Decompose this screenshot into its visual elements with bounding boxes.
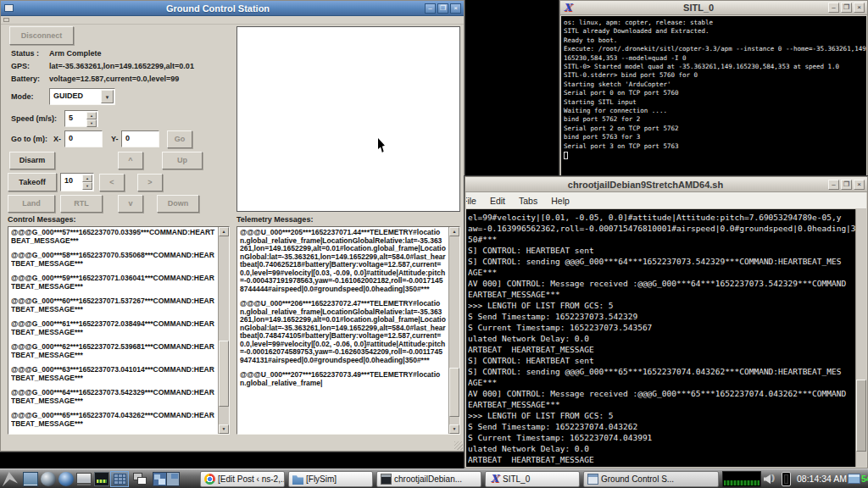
scrollbar-thumb[interactable] xyxy=(856,380,866,452)
xterm-icon: X xyxy=(564,3,571,13)
menu-file[interactable]: File xyxy=(466,196,483,206)
maximize-icon[interactable]: ❐ xyxy=(437,3,448,14)
battery-icon[interactable] xyxy=(782,472,791,486)
jail-titlebar[interactable]: chrootjailDebian9StretchAMD64.sh – ❐ × xyxy=(465,177,867,192)
web-browser-icon[interactable] xyxy=(41,472,56,486)
calculator-icon[interactable] xyxy=(110,471,129,487)
speed-label: Speed (m/s): xyxy=(11,114,57,123)
terminal-line: Serial port 2 on TCP port 5762 xyxy=(564,125,866,133)
task-sitl[interactable]: X SITL_0 xyxy=(485,471,580,487)
window-front-icon xyxy=(137,477,147,485)
close-icon[interactable]: × xyxy=(854,180,865,190)
disarm-button[interactable]: Disarm xyxy=(9,152,55,169)
up-button[interactable]: Up xyxy=(162,152,203,169)
move-west-button[interactable]: < xyxy=(99,174,125,191)
list-item: @@@G_000***59***1652237071.036041***COMM… xyxy=(11,274,215,291)
terminal-line: EARTBEAT_MESSAGE*** xyxy=(468,289,855,300)
speed-stepper[interactable]: 5 ▲▼ xyxy=(64,110,98,127)
jail-scrollbar[interactable] xyxy=(855,209,866,467)
gps-value: lat=-35.363261,lon=149.1652299,alt=0.01 xyxy=(49,62,194,70)
minimize-icon[interactable]: – xyxy=(425,3,436,14)
move-north-button[interactable]: ^ xyxy=(118,152,143,169)
telemetry-messages-list[interactable]: @@@U_000***205***1652237071.44***TELEMET… xyxy=(236,226,460,435)
maximize-icon[interactable]: ❐ xyxy=(841,3,852,13)
minimize-icon[interactable]: – xyxy=(828,180,839,190)
scrollbar-thumb[interactable] xyxy=(449,368,459,418)
status-value: Arm Complete xyxy=(49,49,102,58)
scroll-up-icon[interactable]: ▲ xyxy=(219,227,229,236)
control-messages-scrollbar[interactable]: ▲ ▼ xyxy=(218,227,229,434)
spin-up-icon[interactable]: ▲ xyxy=(82,175,92,182)
task-edit-post[interactable]: [Edit Post ‹ ns-2,... xyxy=(200,471,285,487)
scroll-down-icon[interactable]: ▼ xyxy=(219,424,229,434)
list-item: @@@G_000***61***1652237072.038494***COMM… xyxy=(11,320,215,336)
file-manager-icon[interactable] xyxy=(23,472,38,486)
down-button[interactable]: Down xyxy=(157,195,199,213)
gcs-titlebar[interactable]: Ground Control Station – ❐ × xyxy=(1,1,464,16)
mode-select[interactable]: GUIDED ▼ xyxy=(49,88,115,105)
workspace-1[interactable] xyxy=(153,473,166,485)
menu-help[interactable]: Help xyxy=(544,196,576,206)
system-monitor-icon[interactable] xyxy=(94,472,109,486)
close-icon[interactable]: × xyxy=(450,3,461,14)
takeoff-alt-stepper[interactable]: 10 ▲▼ xyxy=(60,173,94,191)
goto-y-field[interactable]: 0 xyxy=(121,130,159,147)
window-icon xyxy=(4,4,14,12)
battery-value: voltage=12.587,current=0.0,level=99 xyxy=(49,75,179,83)
chrome-icon xyxy=(204,474,215,485)
telemetry-messages-scrollbar[interactable]: ▲ ▼ xyxy=(448,227,459,434)
list-item: @@@G_000***63***1652237073.041014***COMM… xyxy=(11,366,215,382)
rtl-button[interactable]: RTL xyxy=(60,195,103,213)
terminal-line: Waiting for connection .... xyxy=(564,107,866,115)
close-icon[interactable]: × xyxy=(854,3,865,13)
scroll-down-icon[interactable]: ▼ xyxy=(449,424,459,434)
volume-icon[interactable] xyxy=(764,474,771,484)
goto-label: Go to (m): xyxy=(11,135,47,143)
minimize-icon[interactable]: – xyxy=(828,3,839,13)
terminal-line: S Send Timestamp: 1652237074.043262 xyxy=(468,421,855,432)
resize-grip[interactable] xyxy=(454,441,463,450)
maximize-icon[interactable]: ❐ xyxy=(841,180,852,190)
goto-x-label: X- xyxy=(53,135,61,143)
land-button[interactable]: Land xyxy=(8,195,55,213)
task-label: chrootjailDebian... xyxy=(394,474,462,484)
takeoff-alt-value: 10 xyxy=(64,176,73,185)
control-messages-list[interactable]: @@@G_000***57***1652237070.03395***COMMA… xyxy=(8,226,230,435)
network-globe-icon[interactable] xyxy=(58,472,74,486)
task-flysim[interactable]: [FlySim] xyxy=(288,471,373,487)
scrollbar-thumb[interactable] xyxy=(219,341,229,407)
workspace-pager[interactable] xyxy=(153,472,180,486)
sitl-terminal[interactable]: os: linux, apm: copter, release: stableS… xyxy=(561,16,866,175)
goto-x-field[interactable]: 0 xyxy=(64,130,103,147)
move-east-button[interactable]: > xyxy=(137,174,163,191)
go-button[interactable]: Go xyxy=(167,130,192,148)
move-south-button[interactable]: v xyxy=(118,195,143,213)
task-gcs[interactable]: Ground Control S... xyxy=(583,471,719,487)
terminal-line: AGE*** xyxy=(468,267,855,278)
list-item: @@@G_000***58***1652237070.535068***COMM… xyxy=(11,252,215,268)
task-chrootjail[interactable]: chrootjailDebian... xyxy=(376,471,481,487)
window-list-icon[interactable] xyxy=(132,472,147,486)
menu-tabs[interactable]: Tabs xyxy=(512,196,544,206)
spin-down-icon[interactable]: ▼ xyxy=(82,182,92,190)
workspace-2[interactable] xyxy=(166,473,180,485)
spin-down-icon[interactable]: ▼ xyxy=(86,119,97,127)
chevron-down-icon[interactable]: ▼ xyxy=(101,90,114,103)
disconnect-button[interactable]: Disconnect xyxy=(9,26,74,45)
jail-terminal[interactable]: el=99#velocity|[0.01, -0.05, 0.0]#attitu… xyxy=(466,209,866,467)
list-item: @@@G_000***64***1652237073.542329***COMM… xyxy=(11,389,215,405)
terminal-line: S Current Timestamp: 1652237074.043991 xyxy=(468,432,855,443)
takeoff-button[interactable]: Takeoff xyxy=(8,173,57,191)
menu-arrow-icon[interactable] xyxy=(3,472,18,486)
clock[interactable]: 08:14:34 AM xyxy=(797,474,847,484)
spin-up-icon[interactable]: ▲ xyxy=(86,112,97,119)
map-canvas[interactable] xyxy=(236,26,460,212)
terminal-line: SITL already Downloaded and Extracted. xyxy=(564,27,866,36)
display-icon[interactable] xyxy=(76,473,92,484)
screenshot-icon[interactable] xyxy=(848,474,860,484)
scroll-up-icon[interactable]: ▲ xyxy=(449,227,459,236)
sitl-titlebar[interactable]: X SITL_0 – ❐ × xyxy=(560,1,867,15)
terminal-line: 50#*** xyxy=(468,234,855,245)
terminal-line: AV 000] CONTROL: Message received :@@@G_… xyxy=(468,388,855,399)
menu-edit[interactable]: Edit xyxy=(483,196,512,206)
